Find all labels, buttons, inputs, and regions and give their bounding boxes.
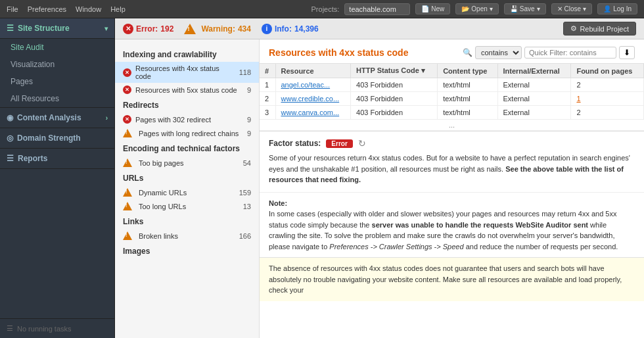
error-count: 192 bbox=[160, 24, 173, 34]
menu-help[interactable]: Help bbox=[110, 5, 126, 13]
audit-item-long-urls[interactable]: Too long URLs 13 bbox=[115, 199, 259, 213]
sidebar-item-site-audit[interactable]: Site Audit bbox=[0, 39, 114, 56]
count-4xx: 118 bbox=[239, 68, 251, 76]
info-icon: i bbox=[262, 24, 272, 34]
cell-resource-3[interactable]: www.canva.com... bbox=[275, 106, 351, 120]
section-title-redirects: Redirects bbox=[115, 97, 259, 112]
open-button[interactable]: 📂 Open ▾ bbox=[455, 3, 498, 14]
highlight-text: The absence of resources with 4xx status… bbox=[269, 264, 622, 294]
factor-description: Some of your resources return 4xx status… bbox=[269, 153, 635, 185]
count-big-pages: 54 bbox=[243, 159, 251, 167]
cell-resource-1[interactable]: angel.co/teac... bbox=[275, 78, 351, 92]
audit-item-5xx[interactable]: ✕ Resources with 5xx status code 9 bbox=[115, 83, 259, 97]
rebuild-label: Rebuild Project bbox=[580, 25, 629, 33]
right-panel-header: Resources with 4xx status code 🔍 contain… bbox=[260, 39, 644, 64]
sidebar-item-all-resources[interactable]: All Resources bbox=[0, 90, 114, 107]
download-button[interactable]: ⬇ bbox=[619, 46, 635, 59]
menu-file[interactable]: File bbox=[7, 5, 18, 13]
note-italic: Preferences -> Crawler Settings -> Speed bbox=[329, 243, 463, 251]
resources-table: # Resource HTTP Status Code ▾ Content ty… bbox=[260, 64, 644, 120]
note-bold-1: server was unable to handle the requests… bbox=[372, 221, 588, 229]
filter-input[interactable] bbox=[524, 47, 616, 59]
cell-resource-2[interactable]: www.credible.co... bbox=[275, 92, 351, 106]
cell-pages-1: 2 bbox=[571, 78, 644, 92]
cell-status-1: 403 Forbidden bbox=[351, 78, 438, 92]
sidebar: ☰ Site Structure ▾ Site Audit Visualizat… bbox=[0, 18, 115, 338]
audit-item-big-pages[interactable]: Too big pages 54 bbox=[115, 156, 259, 170]
audit-item-4xx[interactable]: ✕ Resources with 4xx status code 118 bbox=[115, 62, 259, 83]
audit-label-302: Pages with 302 redirect bbox=[135, 116, 211, 124]
site-structure-label: Site Structure bbox=[18, 24, 70, 33]
col-header-resource: Resource bbox=[275, 64, 351, 78]
filter-select[interactable]: contains bbox=[475, 46, 522, 59]
refresh-icon[interactable]: ↻ bbox=[358, 138, 366, 149]
cell-internal-1: External bbox=[497, 78, 571, 92]
content-analysis-icon: ◉ bbox=[7, 113, 13, 122]
audit-item-long-chains[interactable]: Pages with long redirect chains 9 bbox=[115, 126, 259, 140]
main-split: Indexing and crawlability ✕ Resources wi… bbox=[115, 39, 644, 338]
cell-status-2: 403 Forbidden bbox=[351, 92, 438, 106]
site-structure-icon: ☰ bbox=[7, 24, 14, 33]
sidebar-domain-strength-header[interactable]: ◎ Domain Strength bbox=[0, 128, 114, 148]
sort-icon[interactable]: ▾ bbox=[421, 66, 425, 74]
sidebar-item-visualization[interactable]: Visualization bbox=[0, 56, 114, 73]
error-label: Error: bbox=[136, 24, 158, 34]
reports-icon: ☰ bbox=[7, 154, 14, 163]
sidebar-footer: ☰ No running tasks bbox=[0, 318, 114, 338]
audit-item-302[interactable]: ✕ Pages with 302 redirect 9 bbox=[115, 112, 259, 126]
factor-status-label: Factor status: bbox=[269, 139, 321, 148]
scroll-area[interactable]: Factor status: Error ↻ Some of your reso… bbox=[260, 132, 644, 338]
projects-label: Projects: bbox=[311, 5, 340, 13]
audit-item-broken-links[interactable]: Broken links 166 bbox=[115, 229, 259, 243]
cell-content-2: text/html bbox=[438, 92, 497, 106]
cell-pages-2[interactable]: 1 bbox=[571, 92, 644, 106]
col-header-content-type: Content type bbox=[438, 64, 497, 78]
cell-internal-3: External bbox=[497, 106, 571, 120]
close-icon: ✕ bbox=[557, 5, 563, 12]
site-audit-label: Site Audit bbox=[11, 43, 44, 52]
cell-num-3: 3 bbox=[260, 106, 275, 120]
reports-label: Reports bbox=[18, 154, 47, 163]
factor-status-section: Factor status: Error ↻ Some of your reso… bbox=[260, 132, 644, 193]
table-row: 2 www.credible.co... 403 Forbidden text/… bbox=[260, 92, 644, 106]
error-icon: ✕ bbox=[123, 24, 133, 34]
cell-content-1: text/html bbox=[438, 78, 497, 92]
sidebar-content-analysis-header[interactable]: ◉ Content Analysis › bbox=[0, 108, 114, 128]
table-row: 3 www.canva.com... 403 Forbidden text/ht… bbox=[260, 106, 644, 120]
domain-strength-icon: ◎ bbox=[7, 133, 13, 143]
sidebar-reports-header[interactable]: ☰ Reports bbox=[0, 149, 114, 168]
login-button[interactable]: 👤 Log In bbox=[597, 3, 637, 14]
rebuild-button[interactable]: ⚙ Rebuild Project bbox=[563, 22, 636, 36]
save-icon: 💾 bbox=[510, 5, 518, 12]
cell-content-3: text/html bbox=[438, 106, 497, 120]
save-button[interactable]: 💾 Save ▾ bbox=[504, 3, 546, 14]
audit-item-dynamic-urls[interactable]: Dynamic URLs 159 bbox=[115, 185, 259, 199]
cell-pages-3: 2 bbox=[571, 106, 644, 120]
no-running-tasks-label: No running tasks bbox=[17, 325, 72, 333]
audit-label-dynamic: Dynamic URLs bbox=[139, 189, 187, 197]
audit-label-broken: Broken links bbox=[139, 232, 178, 240]
warning-icon-chains bbox=[123, 129, 132, 137]
cell-num-2: 2 bbox=[260, 92, 275, 106]
projects-select[interactable]: teachable.com bbox=[344, 3, 410, 15]
highlight-section: The absence of resources with 4xx status… bbox=[260, 257, 644, 301]
site-structure-group: Site Audit Visualization Pages All Resou… bbox=[0, 39, 114, 108]
menu-bar: File Preferences Window Help bbox=[7, 5, 126, 13]
sidebar-site-structure-header[interactable]: ☰ Site Structure ▾ bbox=[0, 18, 114, 39]
domain-strength-group: ◎ Domain Strength bbox=[0, 128, 114, 149]
pages-label: Pages bbox=[11, 77, 33, 86]
user-icon: 👤 bbox=[603, 5, 611, 12]
count-long-urls: 13 bbox=[243, 203, 251, 210]
menu-preferences[interactable]: Preferences bbox=[28, 5, 66, 13]
new-icon: 📄 bbox=[421, 5, 429, 12]
close-button[interactable]: ✕ Close ▾ bbox=[551, 3, 593, 14]
filter-container: 🔍 contains ⬇ bbox=[463, 46, 635, 59]
menu-window[interactable]: Window bbox=[76, 5, 101, 13]
cell-internal-2: External bbox=[497, 92, 571, 106]
chevron-down-icon-save: ▾ bbox=[537, 5, 540, 12]
factor-status-header: Factor status: Error ↻ bbox=[269, 138, 635, 149]
reports-group: ☰ Reports bbox=[0, 149, 114, 169]
audit-label-chains: Pages with long redirect chains bbox=[139, 130, 239, 137]
sidebar-item-pages[interactable]: Pages bbox=[0, 73, 114, 90]
new-button[interactable]: 📄 New bbox=[415, 3, 450, 14]
